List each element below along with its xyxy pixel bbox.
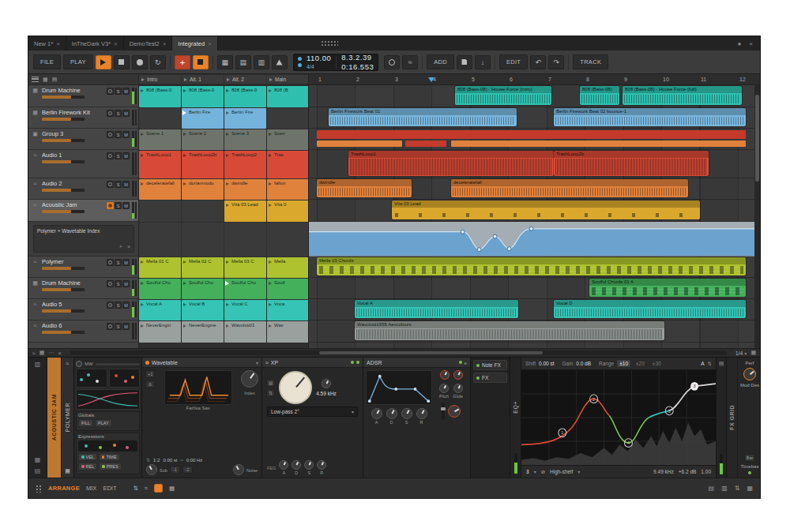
envelope-display[interactable]: [366, 370, 432, 405]
arranger-clip[interactable]: TrashLoop1: [348, 151, 554, 176]
note-fx-button[interactable]: Note FX: [473, 360, 507, 370]
eq-device-strip[interactable]: EQ+: [510, 358, 521, 478]
edit-button[interactable]: EDIT: [499, 54, 528, 69]
selected-track-strip[interactable]: ACOUSTIC JAM: [47, 358, 62, 478]
arranger-clip[interactable]: Vita 03 Lead: [392, 200, 700, 219]
eq-band-select[interactable]: 3: [526, 469, 529, 474]
macro-knob[interactable]: [76, 361, 82, 367]
arranger-clip[interactable]: 808 (Bass-08) - House Force (intro): [455, 86, 551, 105]
track-activity-button[interactable]: [107, 88, 114, 95]
arranger-lane[interactable]: Mella 03 Chords: [309, 257, 754, 278]
arranger-clip[interactable]: Wavoloid1955 Aexcolours: [355, 321, 664, 340]
follow-playhead-toggle[interactable]: [154, 484, 163, 493]
project-tab[interactable]: DemoTest2×: [124, 36, 173, 51]
track-row[interactable]: ≈ Audio 6 SM: [28, 320, 138, 343]
track-volume-fader[interactable]: [42, 288, 85, 291]
launcher-clip[interactable]: Soulful Cho: [182, 279, 224, 299]
eq-range-10[interactable]: ±10: [617, 360, 630, 367]
launcher-clip[interactable]: 808 (B: [267, 86, 308, 107]
chevron-down-icon[interactable]: ▾: [256, 360, 258, 365]
add-device-icon[interactable]: +: [119, 244, 122, 249]
sub-octave-minus2[interactable]: -2: [182, 466, 193, 474]
arranger-clip[interactable]: Soulful Chords 01 A: [589, 279, 746, 297]
overdub-plus-button[interactable]: +: [175, 55, 190, 69]
solo-button[interactable]: S: [115, 323, 122, 330]
launcher-clip[interactable]: Vocal C: [224, 300, 266, 320]
scene-header[interactable]: Alt. 2: [224, 75, 266, 84]
track-volume-fader[interactable]: [42, 189, 85, 192]
track-volume-fader[interactable]: [42, 309, 85, 313]
punch-out-icon[interactable]: ▥: [254, 55, 269, 69]
track-activity-button[interactable]: [107, 181, 114, 188]
track-volume-fader[interactable]: [42, 210, 85, 213]
horizontal-scrollbar[interactable]: [70, 350, 727, 355]
eq-ab-compare[interactable]: A: [701, 361, 704, 366]
filter-route-icon[interactable]: ⇅: [266, 389, 275, 397]
project-tab[interactable]: New 1*×: [28, 36, 66, 51]
tempo-tap-icons[interactable]: [298, 57, 302, 67]
track-menu-icon[interactable]: [32, 77, 39, 82]
arranger-clip[interactable]: dwindle: [317, 179, 412, 197]
track-row[interactable]: ≈ Polymer SM: [28, 257, 138, 278]
undo-icon[interactable]: ↶: [530, 55, 546, 69]
launcher-clip[interactable]: 808 (Bass-0: [224, 86, 266, 107]
launcher-clip[interactable]: dwindle: [224, 179, 266, 200]
filter-resonance-knob[interactable]: [322, 379, 331, 388]
eq-shift-value[interactable]: 0.00 st: [539, 361, 555, 366]
fill-mode-icon[interactable]: ▦: [217, 55, 233, 69]
launcher-clip-playing[interactable]: Soulful Cho: [224, 279, 266, 299]
solo-button[interactable]: S: [115, 131, 122, 138]
filter-sustain-knob[interactable]: [304, 460, 314, 470]
track-activity-button[interactable]: [107, 323, 114, 330]
track-device-chip[interactable]: Polymer + Wavetable Index +×: [33, 225, 134, 253]
solo-button[interactable]: S: [115, 280, 122, 287]
detail-panel-icon[interactable]: ▦: [747, 485, 753, 492]
arranger-lane[interactable]: 808 (Bass-08) - House Force (intro) 808 …: [309, 85, 754, 107]
launcher-clip[interactable]: NeverEngin: [139, 321, 181, 343]
beat-ruler[interactable]: 12 34 56 78 910 1112: [309, 74, 760, 85]
attack-knob[interactable]: [371, 408, 382, 419]
fx-button[interactable]: FX: [473, 373, 507, 383]
group-summary-lane[interactable]: [309, 129, 754, 150]
launcher-slot-empty[interactable]: [267, 223, 308, 257]
rel-expression-chip[interactable]: REL: [78, 463, 97, 470]
arrange-view-button[interactable]: ARRANGE: [48, 485, 80, 492]
solo-button[interactable]: S: [115, 181, 122, 188]
launcher-clip[interactable]: Scen: [267, 129, 308, 150]
time-signature-value[interactable]: 4/4: [307, 64, 331, 69]
save-icon[interactable]: [457, 55, 472, 69]
scroll-options-icon[interactable]: ⋯: [48, 350, 54, 356]
mute-button[interactable]: M: [122, 323, 130, 330]
eq-band-q[interactable]: 1.00: [701, 469, 711, 474]
launcher-clip[interactable]: Scene 2: [182, 129, 224, 150]
arranger-lane[interactable]: dwindle deceleratefall: [309, 178, 754, 200]
track-activity-button[interactable]: [107, 152, 114, 159]
track-volume-fader[interactable]: [42, 139, 85, 142]
arranger-lane[interactable]: Wavoloid1955 Aexcolours: [309, 320, 754, 343]
eq-band-gain[interactable]: +6.2 dB: [679, 469, 697, 474]
position-value[interactable]: 8.3.2.39: [341, 54, 374, 62]
file-button[interactable]: FILE: [33, 54, 61, 69]
launcher-stop-slot[interactable]: [182, 223, 224, 257]
phase-icon[interactable]: ⊘: [145, 380, 155, 388]
launcher-clip[interactable]: 808 (Bass-0: [139, 86, 181, 107]
osc-enable-dot[interactable]: [145, 361, 149, 365]
arranger-clip[interactable]: deceleratefall: [451, 179, 688, 197]
window-close-icon[interactable]: ×: [749, 40, 753, 47]
osc-detune-value[interactable]: 0.00 st: [163, 458, 177, 463]
solo-button[interactable]: S: [115, 302, 122, 309]
mod-curve-display[interactable]: [76, 389, 140, 410]
mute-button[interactable]: M: [122, 88, 130, 95]
track-activity-button[interactable]: [107, 110, 114, 117]
zoom-grid-icon[interactable]: ▦: [750, 350, 756, 356]
track-row[interactable]: ▣ Group 3 SM: [28, 129, 138, 150]
tab-close-icon[interactable]: ×: [56, 40, 60, 47]
bar-length-chip[interactable]: Bar: [744, 454, 756, 462]
mute-button[interactable]: M: [122, 202, 130, 209]
filter-mod-dot[interactable]: [356, 361, 359, 364]
arranger-lane[interactable]: TrashLoop1 TrashLoop2b: [309, 150, 754, 178]
edit-view-button[interactable]: EDIT: [103, 485, 116, 492]
sustain-knob[interactable]: [401, 408, 412, 419]
solo-button[interactable]: S: [115, 110, 122, 117]
track-row[interactable]: ≈ Audio 5 SM: [28, 299, 138, 320]
